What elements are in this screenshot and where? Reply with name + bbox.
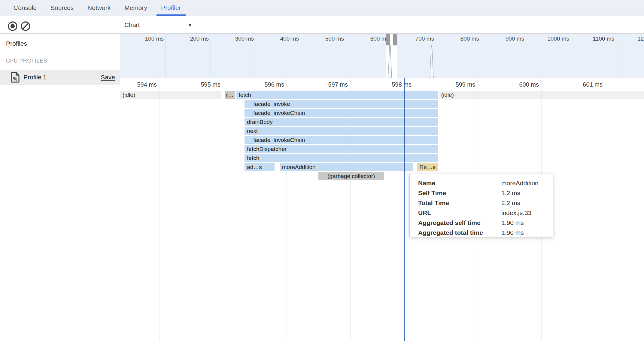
clear-profiles-button[interactable] [19, 20, 32, 33]
tooltip-row: Self Time1.2 ms [418, 188, 553, 198]
flame-bar-call[interactable]: __facade_invoke__ [245, 100, 438, 108]
frame-tooltip: NamemoreAdditionSelf Time1.2 msTotal Tim… [409, 174, 553, 237]
profile-list-item[interactable]: % Profile 1 Save [0, 70, 120, 85]
profiles-title: Profiles [6, 40, 27, 47]
tooltip-label: Total Time [418, 199, 501, 207]
cpu-usage-spikes [120, 34, 644, 78]
flame-bar-call[interactable]: __facade_invokeChain__ [245, 109, 438, 117]
tooltip-label: Self Time [418, 189, 501, 197]
detail-tick-label: 598 ms [378, 81, 412, 88]
flame-chart[interactable]: 594 ms595 ms596 ms597 ms598 ms599 ms600 … [120, 78, 644, 341]
flame-bar-call[interactable]: ad…s [245, 163, 275, 171]
current-time-marker[interactable] [404, 78, 405, 341]
detail-tick-label: 601 ms [570, 81, 603, 88]
detail-gridline [159, 79, 159, 341]
detail-tick-label: 596 ms [251, 81, 284, 88]
flame-bar-call[interactable]: fetch [236, 91, 438, 99]
cpu-profiles-section-header: CPU PROFILES [6, 58, 47, 64]
tooltip-row: NamemoreAddition [418, 178, 553, 188]
tooltip-row: Aggregated total time1.90 ms [418, 228, 553, 238]
tab-profiler[interactable]: Profiler [154, 0, 188, 16]
svg-text:%: % [13, 76, 17, 81]
flame-bar-call[interactable]: fetch [245, 154, 438, 162]
cpu-spike [430, 45, 433, 78]
tooltip-row: URLindex.js:33 [418, 208, 553, 218]
tooltip-value: moreAddition [501, 180, 539, 187]
detail-tick-label: 600 ms [506, 81, 539, 88]
devtools-tab-bar: ConsoleSourcesNetworkMemoryProfiler [0, 0, 644, 16]
tooltip-label: Aggregated total time [418, 229, 501, 236]
cpu-spike [388, 43, 392, 78]
tab-memory[interactable]: Memory [117, 0, 154, 16]
flame-bar-idle[interactable]: (idle) [120, 91, 221, 99]
detail-tick-label: 597 ms [315, 81, 348, 88]
profile-name: Profile 1 [23, 74, 47, 81]
view-mode-value: Chart [124, 21, 140, 29]
timeline-overview[interactable]: 100 ms200 ms300 ms400 ms500 ms600 ms700 … [120, 34, 644, 78]
tooltip-label: URL [418, 209, 501, 217]
tab-console[interactable]: Console [7, 0, 44, 16]
tab-network[interactable]: Network [80, 0, 117, 16]
record-profile-button[interactable] [6, 20, 19, 33]
tooltip-label: Aggregated self time [418, 219, 501, 226]
flame-bar-call[interactable]: __facade_invokeChain__ [245, 136, 438, 144]
detail-tick-label: 595 ms [187, 81, 220, 88]
tooltip-value: 2.2 ms [501, 199, 520, 207]
sidebar-divider [120, 16, 120, 341]
tooltip-value: index.js:33 [501, 209, 531, 217]
tooltip-row: Aggregated self time1.90 ms [418, 218, 553, 228]
flame-bar-marked[interactable]: Re…e [417, 163, 438, 171]
flame-bar-call[interactable]: next [245, 127, 438, 135]
save-profile-link[interactable]: Save [101, 74, 115, 81]
tooltip-row: Total Time2.2 ms [418, 198, 553, 208]
profiler-toolbar: Chart ▼ [0, 16, 644, 34]
detail-gridline [605, 79, 605, 341]
profiles-sidebar: Profiles CPU PROFILES % Profile 1 Save [0, 34, 120, 341]
flame-bar-call[interactable]: drainBody [245, 118, 438, 126]
detail-tick-label: 594 ms [124, 81, 157, 88]
chevron-down-icon: ▼ [188, 23, 192, 28]
view-mode-dropdown[interactable]: Chart ▼ [124, 16, 192, 34]
flame-bar-trunc[interactable]: (… [225, 91, 235, 99]
detail-tick-label: 599 ms [442, 81, 475, 88]
tooltip-value: 1.90 ms [501, 229, 524, 236]
flame-bar-call[interactable]: fetchDispatcher [245, 145, 438, 153]
flame-bar-idle[interactable]: (idle) [439, 91, 644, 99]
tab-sources[interactable]: Sources [44, 0, 80, 16]
flame-bar-call[interactable]: moreAddition [280, 163, 413, 171]
tooltip-value: 1.90 ms [501, 219, 524, 226]
flame-bar-gc[interactable]: (garbage collector) [318, 172, 384, 180]
profile-document-icon: % [11, 72, 20, 83]
detail-gridline [223, 79, 223, 341]
tooltip-label: Name [418, 180, 501, 187]
tooltip-value: 1.2 ms [501, 189, 520, 197]
